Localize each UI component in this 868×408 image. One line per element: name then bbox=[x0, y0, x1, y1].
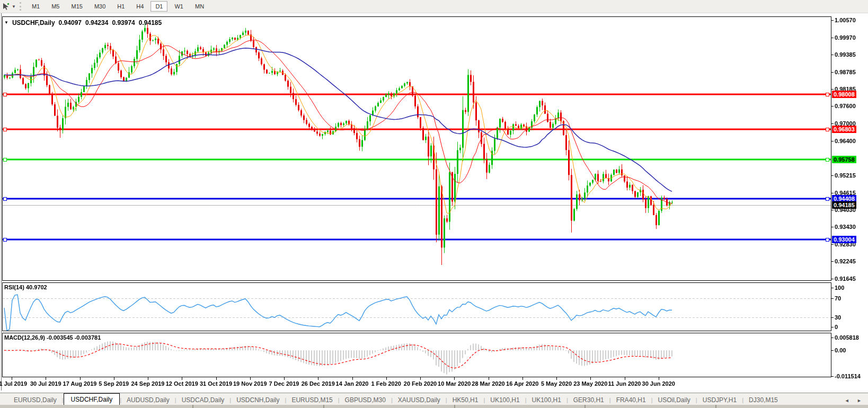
date-axis-label: 5 May 2020 bbox=[541, 380, 572, 387]
date-axis-label: 7 Dec 2019 bbox=[269, 380, 299, 387]
date-axis-label: 20 Feb 2020 bbox=[404, 380, 437, 387]
date-axis-label: 10 Mar 2020 bbox=[438, 380, 471, 387]
timeframe-button-w1[interactable]: W1 bbox=[170, 1, 188, 12]
timeframe-button-m5[interactable]: M5 bbox=[47, 1, 64, 12]
timeframe-button-d1[interactable]: D1 bbox=[150, 1, 167, 12]
rsi-label: RSI(14) 40.9702 bbox=[4, 284, 47, 290]
ohlc-open: 0.94097 bbox=[59, 19, 82, 26]
chart-tab-bar: EURUSD,Daily|USDCHF,Daily|AUDUSD,Daily|U… bbox=[0, 393, 868, 405]
chart-tab-xauusd-daily[interactable]: XAUUSD,Daily bbox=[393, 394, 446, 405]
macd-main-value: -0.003545 bbox=[47, 334, 73, 341]
tab-scroll-left-icon[interactable]: ◄ bbox=[845, 398, 853, 403]
tab-scroll-right-icon[interactable]: ► bbox=[857, 398, 865, 403]
chart-tab-audusd-daily[interactable]: AUDUSD,Daily bbox=[121, 394, 175, 405]
date-axis-label: 14 Jan 2020 bbox=[336, 380, 369, 387]
timeframe-buttons: M1M5M15M30H1H4D1W1MN bbox=[26, 1, 210, 12]
ohlc-high: 0.94234 bbox=[85, 19, 108, 26]
macd-title: MACD(12,26,9) bbox=[4, 334, 45, 341]
chart-tab-usdcad-daily[interactable]: USDCAD,Daily bbox=[176, 394, 230, 405]
chart-tab-hk50-h1[interactable]: HK50,H1 bbox=[447, 394, 484, 405]
date-axis-label: 11 Jul 2019 bbox=[0, 380, 27, 387]
date-axis-label: 19 Nov 2019 bbox=[233, 380, 267, 387]
rsi-value: 40.9702 bbox=[26, 284, 47, 290]
date-axis-label: 28 Mar 2020 bbox=[472, 380, 504, 387]
price-axis-label: 0.99385 bbox=[835, 51, 856, 58]
timeframe-button-m30[interactable]: M30 bbox=[90, 1, 110, 12]
price-axis-label: 0.91645 bbox=[835, 276, 856, 282]
indicator-axis-label: 0.00 bbox=[835, 347, 846, 353]
chart-tab-fra40-h1[interactable]: FRA40,H1 bbox=[611, 394, 651, 405]
date-axis-label: 30 Jun 2020 bbox=[642, 380, 675, 387]
date-axis-label: 30 Jul 2019 bbox=[30, 380, 61, 387]
chart-tab-usdjpy-h1[interactable]: USDJPY,H1 bbox=[697, 394, 742, 405]
hline-price-label: 0.94185 bbox=[832, 201, 856, 209]
date-axis-label: 11 Jun 2020 bbox=[608, 380, 641, 387]
tab-scroll-arrows: ◄ ► bbox=[845, 398, 865, 403]
date-axis-label: 31 Oct 2019 bbox=[200, 380, 232, 387]
hline-price-label: 0.96803 bbox=[832, 126, 856, 133]
date-axis-label: 1 Feb 2020 bbox=[371, 380, 401, 387]
timeframe-button-h4[interactable]: H4 bbox=[131, 1, 148, 12]
chart-tab-usoil-daily[interactable]: USOil,Daily bbox=[653, 394, 696, 405]
price-axis-label: 0.93430 bbox=[835, 224, 856, 230]
ohlc-low: 0.93974 bbox=[112, 19, 135, 26]
macd-label: MACD(12,26,9) -0.003545 -0.003781 bbox=[4, 334, 101, 341]
date-axis-label: 26 Dec 2019 bbox=[302, 380, 335, 387]
date-axis-label: 17 Aug 2019 bbox=[63, 380, 97, 387]
chart-tab-usdchf-daily[interactable]: USDCHF,Daily bbox=[64, 393, 120, 405]
chart-tab-gbpusd-m30[interactable]: GBPUSD,M30 bbox=[340, 394, 391, 405]
indicator-axis-label: -0.011514 bbox=[835, 373, 861, 379]
indicator-axis-label: 0 bbox=[835, 324, 838, 330]
macd-signal-value: -0.003781 bbox=[75, 334, 101, 341]
collapse-icon[interactable]: ▼ bbox=[4, 20, 8, 25]
price-axis-label: 0.97600 bbox=[835, 103, 856, 109]
hline-price-label: 0.95758 bbox=[832, 156, 856, 163]
chart-canvas[interactable] bbox=[0, 0, 868, 392]
timeframe-button-m1[interactable]: M1 bbox=[27, 1, 45, 12]
price-axis-label: 0.92245 bbox=[835, 258, 856, 264]
timeframe-button-h1[interactable]: H1 bbox=[112, 1, 129, 12]
price-axis-label: 0.96400 bbox=[835, 138, 856, 144]
indicator-axis-label: 0.005818 bbox=[835, 334, 859, 341]
timeframe-button-m15[interactable]: M15 bbox=[66, 1, 87, 12]
chart-tab-ger30-h1[interactable]: GER30,H1 bbox=[568, 394, 609, 405]
chart-tabs: EURUSD,Daily|USDCHF,Daily|AUDUSD,Daily|U… bbox=[8, 393, 783, 405]
chart-tab-eurusd-m15[interactable]: EURUSD,M15 bbox=[286, 394, 338, 405]
indicator-axis-label: 70 bbox=[835, 295, 841, 301]
date-axis-label: 12 Oct 2019 bbox=[166, 380, 198, 387]
rsi-title: RSI(14) bbox=[4, 284, 24, 290]
chart-tab-usdcnh-daily[interactable]: USDCNH,Daily bbox=[231, 394, 285, 405]
ohlc-close: 0.94185 bbox=[139, 19, 162, 26]
chevron-down-icon[interactable]: ▼ bbox=[12, 4, 16, 9]
chart-tab-uk100-h1[interactable]: UK100,H1 bbox=[485, 394, 525, 405]
hline-price-label: 0.98008 bbox=[832, 91, 856, 98]
date-axis-label: 16 Apr 2020 bbox=[506, 380, 538, 387]
date-axis-label: 23 May 2020 bbox=[573, 380, 607, 387]
price-axis-label: 1.00570 bbox=[835, 17, 856, 23]
chart-tab-dj30-m15[interactable]: DJ30,M15 bbox=[743, 394, 783, 405]
timeframe-toolbar: ▼ M1M5M15M30H1H4D1W1MN bbox=[0, 0, 868, 13]
date-axis-label: 5 Sep 2019 bbox=[99, 380, 129, 387]
hline-price-label: 0.93004 bbox=[832, 236, 856, 243]
chart-header: ▼ USDCHF,Daily 0.94097 0.94234 0.93974 0… bbox=[4, 19, 162, 26]
timeframe-button-mn[interactable]: MN bbox=[190, 1, 209, 12]
app-window: { "toolbar": { "caret_icon": "▼", "timef… bbox=[0, 0, 868, 408]
status-strip bbox=[0, 405, 868, 408]
date-axis-label: 24 Sep 2019 bbox=[131, 380, 165, 387]
chart-tab-uk100-h1[interactable]: UK100,H1 bbox=[527, 394, 566, 405]
toolbar-drag-handle[interactable] bbox=[20, 2, 21, 11]
chart-tab-eurusd-daily[interactable]: EURUSD,Daily bbox=[8, 394, 62, 405]
chart-cursor-icon[interactable] bbox=[2, 2, 10, 11]
chart-symbol-label: USDCHF,Daily bbox=[12, 19, 55, 26]
indicator-axis-label: 30 bbox=[835, 314, 841, 321]
price-axis-label: 0.98785 bbox=[835, 69, 856, 75]
price-axis-label: 0.95215 bbox=[835, 172, 856, 179]
price-axis-label: 0.99970 bbox=[835, 34, 856, 41]
indicator-axis-label: 100 bbox=[835, 285, 844, 291]
